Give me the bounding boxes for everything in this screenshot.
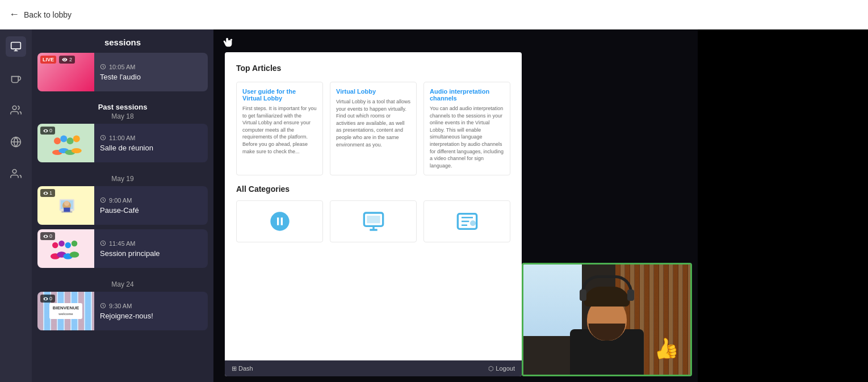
svg-rect-17: [64, 208, 70, 212]
article-card-2: Audio interpretation channels You can ad…: [423, 82, 510, 175]
session-info-principale: 11:45 AM Session principale: [94, 229, 166, 268]
main-content-area: Top Articles User guide for the Virtual …: [213, 30, 698, 382]
sidebar-item-monitor[interactable]: [6, 36, 26, 57]
article-text-2: You can add audio interpretation channel…: [430, 106, 504, 169]
icon-bar: [0, 30, 32, 382]
screen-share-area: Top Articles User guide for the Virtual …: [213, 30, 698, 382]
sidebar-item-coffee[interactable]: [6, 68, 26, 89]
main-layout: sessions LIVE 2 10:05 AM Teste l'audio P…: [0, 30, 868, 382]
session-info-salle: 11:00 AM Salle de réunion: [94, 124, 159, 162]
all-categories-title: All Categories: [236, 184, 510, 194]
article-text-0: First steps. It is important for you to …: [242, 106, 317, 154]
session-name-cafe: Pause-Café: [100, 206, 139, 215]
live-session-info: 10:05 AM Teste l'audio: [94, 53, 146, 91]
svg-point-3: [12, 170, 16, 174]
frame-top-articles-title: Top Articles: [236, 64, 510, 73]
viewer-count-badge-cafe: 1: [40, 189, 55, 197]
article-card-1: Virtual Lobby Virtual Lobby is a tool th…: [330, 82, 417, 175]
article-link-1[interactable]: Virtual Lobby: [336, 88, 410, 95]
svg-point-29: [470, 221, 476, 226]
session-card-salle[interactable]: 0 11:00 AM Salle de réunion: [37, 124, 208, 162]
top-bar: ← Back to lobby: [0, 0, 868, 30]
session-name-rejoignez: Rejoignez-nous!: [100, 312, 153, 320]
svg-point-7: [73, 136, 80, 142]
articles-grid: User guide for the Virtual Lobby First s…: [236, 82, 510, 175]
svg-point-25: [70, 251, 79, 258]
frame-bottom-bar: ⊞ Dash ⬡ Logout: [225, 360, 522, 376]
sessions-sidebar: sessions LIVE 2 10:05 AM Teste l'audio P…: [32, 30, 213, 382]
sessions-title: sessions: [32, 30, 213, 53]
sidebar-item-people[interactable]: [6, 100, 26, 120]
session-thumbnail-cafe: 1: [37, 186, 94, 225]
content-frame: Top Articles User guide for the Virtual …: [225, 52, 522, 376]
svg-point-16: [64, 201, 69, 206]
viewer-count-badge-principale: 0: [40, 232, 55, 240]
session-name-principale: Session principale: [100, 249, 160, 258]
may24-label: May 24: [32, 272, 213, 292]
sidebar-item-globe[interactable]: [6, 132, 26, 152]
svg-point-21: [72, 241, 78, 247]
date-group-1: May 18: [40, 112, 206, 120]
date-group-2: May 19: [40, 175, 206, 183]
may19-label: May 19: [32, 167, 213, 186]
live-session-name: Teste l'audio: [100, 73, 141, 81]
category-card-1[interactable]: [330, 200, 417, 242]
session-card-rejoignez[interactable]: BIENVENUEwelcome 0 9:30 AM Rejoignez-nou…: [37, 292, 208, 330]
session-card-cafe[interactable]: 1 9:00 AM Pause-Café: [37, 186, 208, 225]
session-time-principale: 11:45 AM: [100, 240, 160, 247]
svg-point-20: [65, 242, 72, 249]
session-thumbnail-salle: 0: [37, 124, 94, 162]
live-badge: LIVE: [40, 56, 56, 64]
session-thumbnail-rejoignez: BIENVENUEwelcome 0: [37, 292, 94, 330]
session-time-cafe: 9:00 AM: [100, 197, 139, 204]
svg-rect-27: [367, 216, 380, 223]
hand-raise-button[interactable]: [221, 36, 234, 52]
categories-grid: [236, 200, 510, 242]
article-link-0[interactable]: User guide for the Virtual Lobby: [242, 88, 317, 102]
camera-feed: 👍: [522, 263, 692, 376]
session-info-cafe: 9:00 AM Pause-Café: [94, 186, 145, 225]
svg-point-6: [67, 137, 74, 144]
session-card-principale[interactable]: 0 11:45 AM Session principale: [37, 229, 208, 268]
svg-point-5: [60, 136, 67, 142]
back-to-lobby-button[interactable]: ← Back to lobby: [9, 9, 72, 20]
svg-point-1: [12, 106, 16, 110]
back-arrow-icon: ←: [9, 9, 19, 20]
article-link-2[interactable]: Audio interpretation channels: [430, 88, 504, 102]
past-sessions-section: Past sessions May 18: [32, 96, 213, 124]
live-session-time: 10:05 AM: [100, 64, 141, 70]
category-card-2[interactable]: [423, 200, 510, 242]
past-sessions-label: Past sessions: [40, 103, 206, 111]
frame-content: Top Articles User guide for the Virtual …: [236, 64, 510, 242]
svg-point-19: [58, 241, 65, 247]
sidebar-item-users[interactable]: [6, 163, 26, 184]
article-card-0: User guide for the Virtual Lobby First s…: [236, 82, 323, 175]
logout-label[interactable]: ⬡ Logout: [488, 365, 515, 372]
category-card-0[interactable]: [236, 200, 323, 242]
viewer-count-badge: 0: [40, 127, 55, 135]
live-session-thumbnail: LIVE 2: [37, 53, 94, 91]
session-thumbnail-principale: 0: [37, 229, 94, 268]
svg-point-18: [52, 242, 58, 249]
right-black-panel: [698, 30, 868, 382]
session-info-rejoignez: 9:30 AM Rejoignez-nous!: [94, 292, 159, 330]
viewer-count-badge-rejoignez: 0: [40, 295, 55, 303]
back-label: Back to lobby: [24, 10, 72, 19]
session-time-rejoignez: 9:30 AM: [100, 303, 153, 309]
live-viewer-badge: 2: [59, 56, 75, 64]
svg-point-4: [54, 137, 61, 144]
session-name-salle: Salle de réunion: [100, 144, 153, 152]
dash-label[interactable]: ⊞ Dash: [232, 365, 253, 372]
live-session-card[interactable]: LIVE 2 10:05 AM Teste l'audio: [37, 53, 208, 91]
svg-rect-0: [11, 43, 21, 49]
svg-point-11: [72, 148, 82, 153]
date-group-3: May 24: [40, 280, 206, 288]
article-text-1: Virtual Lobby is a tool that allows your…: [336, 99, 410, 148]
session-time-salle: 11:00 AM: [100, 135, 153, 141]
